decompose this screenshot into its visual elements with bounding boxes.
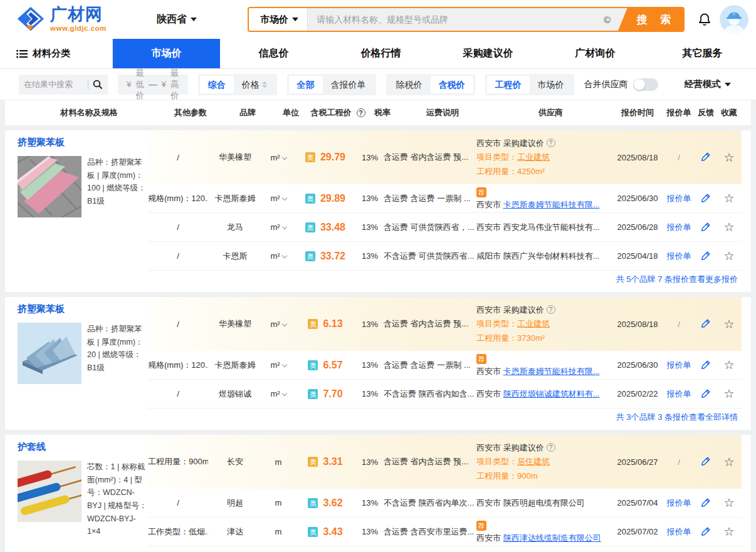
price-range-filter[interactable]: ¥ 最低价 — ¥ 最高价 bbox=[118, 75, 188, 95]
material-title-link[interactable]: 挤塑聚苯板 bbox=[18, 137, 148, 148]
material-spec: 品种：挤塑聚苯板 | 厚度(mm)：20 | 燃烧等级：B1级 bbox=[87, 323, 147, 384]
feedback-edit-button[interactable] bbox=[695, 192, 717, 205]
logo-diamond-icon bbox=[16, 6, 45, 33]
more-quotes-link[interactable]: 共 3个品牌 3 条报价查看全部详情 bbox=[148, 409, 742, 430]
supplier-cell: 西安市 采购建议价?项目类型：居住建筑工程用量：900m bbox=[476, 442, 612, 482]
quote-sheet-link[interactable]: 报价单 bbox=[667, 194, 691, 203]
material-body: 品种：挤塑聚苯板 | 厚度(mm)：100 | 燃烧等级：B1级 bbox=[18, 156, 148, 217]
nav-tab-6[interactable]: 其它服务 bbox=[649, 39, 756, 68]
search-button[interactable]: 搜 索 bbox=[618, 8, 683, 31]
supplier-link[interactable]: 陕西煜塬锦诚建筑材料有... bbox=[503, 389, 600, 398]
favorite-star[interactable]: ☆ bbox=[717, 318, 742, 330]
quote-sheet-cell: / bbox=[663, 153, 695, 162]
search-input[interactable] bbox=[308, 14, 618, 24]
quote-sheet-cell: 报价单 bbox=[663, 360, 695, 371]
price-type-project[interactable]: 工程价 bbox=[487, 76, 530, 93]
region-selector[interactable]: 陕西省 bbox=[157, 13, 223, 26]
feedback-edit-button[interactable] bbox=[695, 151, 717, 164]
project-type-value[interactable]: 居住建筑 bbox=[517, 457, 550, 466]
material-catalog-button[interactable]: 材料分类 bbox=[0, 39, 113, 68]
sort-option-comprehensive[interactable]: 综合 bbox=[200, 76, 234, 93]
supplier-name: 陕西广兴华创材料科技有... bbox=[503, 251, 600, 261]
quote-option-all[interactable]: 全部 bbox=[289, 76, 323, 93]
unit-select[interactable]: m² bbox=[262, 251, 295, 261]
favorite-star[interactable]: ☆ bbox=[717, 250, 742, 262]
supplier-link[interactable]: 陕西津达线缆制造有限公司 bbox=[503, 533, 601, 543]
feedback-edit-button[interactable] bbox=[695, 221, 717, 234]
favorite-star[interactable]: ☆ bbox=[717, 359, 742, 371]
feedback-edit-button[interactable] bbox=[695, 318, 717, 330]
tax-option-excl[interactable]: 除税价 bbox=[388, 76, 431, 93]
nav-tab-5[interactable]: 广材询价 bbox=[542, 39, 649, 68]
sort-option-price[interactable]: 价格 bbox=[234, 76, 275, 93]
unit-select[interactable]: m² bbox=[262, 222, 295, 232]
search-icon[interactable] bbox=[93, 80, 103, 90]
feedback-edit-button[interactable] bbox=[695, 388, 717, 400]
quote-option-with-sheet[interactable]: 含报价单 bbox=[323, 76, 374, 93]
quote-row: /明超m奥3.6213%不含运费 陕西省内单次...西安市 陕西明超电缆有限公司… bbox=[148, 489, 742, 518]
region-label: 陕西省 bbox=[157, 13, 187, 26]
supplier-suggested-line: 西安市 采购建议价? bbox=[476, 137, 612, 150]
favorite-star[interactable]: ☆ bbox=[717, 388, 742, 400]
business-mode-dropdown[interactable]: 经营模式 bbox=[685, 78, 731, 90]
favorite-star[interactable]: ☆ bbox=[717, 221, 742, 233]
min-price-field[interactable]: 最低价 bbox=[136, 68, 145, 102]
notification-bell-icon[interactable] bbox=[697, 12, 712, 27]
supplier-link[interactable]: 卡恩斯泰姆节能科技有限... bbox=[503, 200, 600, 209]
quote-sheet-link[interactable]: 报价单 bbox=[667, 251, 691, 261]
quote-sheet-link[interactable]: 报价单 bbox=[667, 222, 691, 232]
unit-select[interactable]: m² bbox=[262, 320, 295, 329]
quote-sheet-link[interactable]: 报价单 bbox=[667, 527, 691, 536]
quote-sheet-link[interactable]: 报价单 bbox=[667, 389, 691, 398]
site-logo[interactable]: 广材网 www.gldjc.com bbox=[16, 6, 142, 33]
result-search-input[interactable] bbox=[24, 80, 87, 89]
quote-sheet-link[interactable]: 报价单 bbox=[667, 360, 691, 370]
nav-tab-2[interactable]: 信息价 bbox=[220, 39, 327, 68]
merge-supplier-toggle[interactable] bbox=[633, 78, 658, 91]
supplier-line: 西安市 陕西煜塬锦诚建筑材料有... bbox=[476, 388, 612, 400]
unit-select[interactable]: m bbox=[262, 457, 295, 467]
nav-tab-1[interactable]: 市场价 bbox=[113, 39, 220, 68]
favorite-star[interactable]: ☆ bbox=[717, 152, 742, 164]
search-category-dropdown[interactable]: 市场价 bbox=[249, 8, 308, 31]
feedback-edit-button[interactable] bbox=[695, 497, 717, 509]
nav-tab-3[interactable]: 价格行情 bbox=[327, 39, 434, 68]
favorite-star[interactable]: ☆ bbox=[717, 526, 742, 538]
more-quotes-link[interactable]: 共 5个品牌 7 条报价查看更多报价 bbox=[148, 271, 742, 292]
price-source-badge: 奥 bbox=[305, 222, 315, 232]
unit-select[interactable]: m bbox=[262, 527, 295, 536]
price-type-market[interactable]: 市场价 bbox=[530, 76, 572, 93]
help-icon[interactable]: ? bbox=[357, 108, 365, 117]
unit-select[interactable]: m² bbox=[262, 389, 295, 398]
nav-tab-4[interactable]: 采购建议价 bbox=[434, 39, 542, 68]
favorite-star[interactable]: ☆ bbox=[717, 456, 742, 468]
quote-date: 2025/08/18 bbox=[612, 153, 663, 162]
user-avatar[interactable] bbox=[720, 5, 748, 34]
project-type-label: 项目类型： bbox=[476, 152, 517, 162]
feedback-edit-button[interactable] bbox=[695, 526, 717, 538]
help-icon[interactable]: ? bbox=[547, 138, 555, 147]
feedback-edit-button[interactable] bbox=[695, 456, 717, 468]
table-header-col-price: 含税工程价? bbox=[307, 107, 369, 118]
feedback-edit-button[interactable] bbox=[695, 250, 717, 263]
help-icon[interactable]: ? bbox=[547, 305, 555, 314]
quote-sheet-link[interactable]: 报价单 bbox=[667, 498, 691, 508]
chevron-down-icon bbox=[281, 154, 286, 159]
project-type-value[interactable]: 工业建筑 bbox=[517, 319, 550, 328]
help-icon[interactable]: ? bbox=[547, 443, 555, 452]
tax-rate: 13% bbox=[356, 251, 384, 261]
material-title-link[interactable]: 挤塑聚苯板 bbox=[18, 303, 148, 315]
favorite-star[interactable]: ☆ bbox=[717, 192, 742, 204]
material-title-link[interactable]: 护套线 bbox=[18, 441, 148, 453]
favorite-star[interactable]: ☆ bbox=[717, 497, 742, 509]
brand: 煜塬锦诚 bbox=[208, 388, 262, 400]
feedback-edit-button[interactable] bbox=[695, 359, 717, 372]
unit-select[interactable]: m² bbox=[262, 153, 295, 162]
tax-option-incl[interactable]: 含税价 bbox=[431, 76, 473, 93]
unit-select[interactable]: m bbox=[262, 498, 295, 508]
supplier-link[interactable]: 卡恩斯泰姆节能科技有限... bbox=[503, 367, 600, 376]
unit-select[interactable]: m² bbox=[262, 194, 295, 203]
max-price-field[interactable]: 最高价 bbox=[171, 68, 179, 102]
unit-select[interactable]: m² bbox=[262, 360, 295, 370]
project-type-value[interactable]: 工业建筑 bbox=[517, 152, 550, 162]
